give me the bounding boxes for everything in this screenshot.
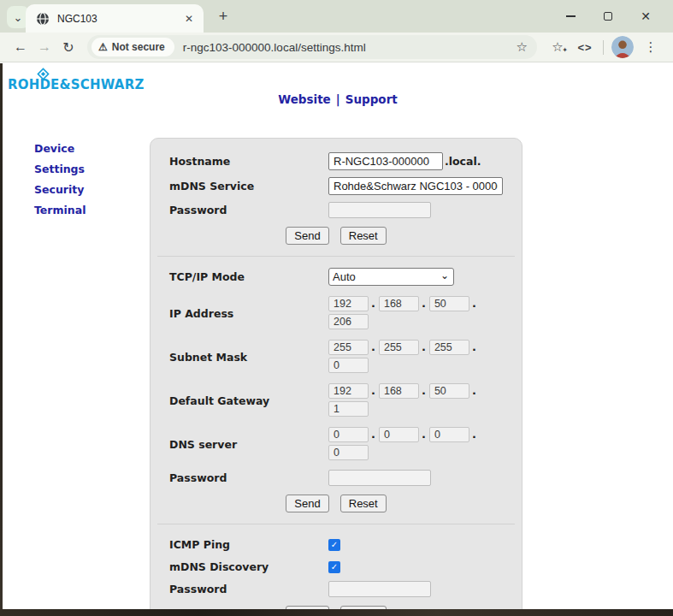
ip-octet-2[interactable]: [379, 296, 419, 311]
sidebar-item-device[interactable]: Device: [34, 142, 86, 155]
check-icon: ✓: [331, 540, 338, 549]
url-text[interactable]: r-ngc103-000000.local/settings.html: [183, 41, 511, 54]
gateway-octet-1[interactable]: [328, 383, 369, 399]
password-input-2[interactable]: [328, 470, 431, 486]
default-gateway-label: Default Gateway: [169, 394, 328, 407]
password-row-3: Password: [169, 581, 503, 597]
dns-octet-4[interactable]: [328, 445, 369, 460]
mdns-service-row: mDNS Service: [169, 177, 503, 195]
dot: .: [472, 384, 476, 397]
icmp-ping-label: ICMP Ping: [169, 538, 328, 551]
address-bar[interactable]: ⚠ Not secure r-ngc103-000000.local/setti…: [87, 35, 537, 59]
new-tab-button[interactable]: +: [214, 7, 233, 26]
minimize-icon: [566, 15, 576, 17]
password-label-1: Password: [169, 204, 328, 216]
dot: .: [371, 297, 375, 310]
sidebar-item-terminal[interactable]: Terminal: [34, 204, 86, 216]
dot: .: [422, 341, 426, 353]
maximize-icon: [604, 12, 612, 21]
reset-button-2[interactable]: Reset: [340, 495, 387, 512]
back-icon: ←: [14, 39, 27, 55]
extension-code-icon[interactable]: <>: [574, 41, 596, 54]
desktop-edge-left: [0, 63, 3, 609]
dot: .: [472, 297, 476, 310]
hostname-label: Hostname: [169, 155, 328, 168]
ip-address-octets: . . .: [328, 295, 503, 331]
ip-octet-4[interactable]: [328, 314, 369, 329]
mdns-service-input[interactable]: [328, 177, 503, 195]
hostname-input[interactable]: [328, 152, 443, 170]
icmp-ping-checkbox[interactable]: ✓: [328, 539, 340, 551]
password-row-1: Password: [169, 202, 503, 218]
mdns-discovery-row: mDNS Discovery ✓: [169, 558, 503, 576]
maximize-button[interactable]: [589, 0, 627, 33]
browser-tab[interactable]: NGC103 ✕: [26, 4, 204, 33]
profile-avatar[interactable]: [611, 36, 634, 58]
gateway-octet-2[interactable]: [379, 383, 419, 399]
avatar-image: [611, 36, 634, 58]
side-panel-star-icon[interactable]: ☆ ✦: [546, 39, 569, 55]
tab-title: NGC103: [57, 13, 181, 25]
code-glyph: <>: [577, 41, 592, 54]
dns-octet-2[interactable]: [379, 427, 419, 442]
security-chip[interactable]: ⚠ Not secure: [92, 38, 174, 56]
close-button[interactable]: ✕: [627, 0, 664, 33]
gateway-octet-4[interactable]: [328, 401, 369, 417]
gateway-octet-3[interactable]: [429, 383, 469, 399]
section-divider-2: [157, 524, 515, 524]
support-link[interactable]: Support: [345, 92, 398, 106]
sidebar-item-settings[interactable]: Settings: [34, 163, 86, 175]
subnet-octet-4[interactable]: [328, 358, 369, 373]
section-divider-1: [157, 256, 515, 257]
chevron-down-icon: ⌄: [14, 11, 23, 24]
dot: .: [371, 341, 375, 353]
dns-server-octets: . . .: [328, 426, 503, 462]
reset-button-1[interactable]: Reset: [340, 227, 387, 245]
minimize-button[interactable]: [552, 0, 589, 33]
ip-address-row: IP Address . . .: [169, 295, 503, 331]
dot: .: [371, 428, 375, 441]
sidebar-item-security[interactable]: Security: [34, 183, 86, 196]
hostname-suffix: .local.: [445, 155, 481, 168]
mdns-service-label: mDNS Service: [169, 180, 328, 192]
send-button-1[interactable]: Send: [286, 227, 328, 245]
tcpip-mode-label: TCP/IP Mode: [169, 270, 328, 283]
subnet-octet-1[interactable]: [328, 340, 369, 355]
window-controls: ✕: [552, 0, 664, 33]
password-row-2: Password: [169, 470, 503, 486]
browser-menu-button[interactable]: ⋮: [640, 39, 662, 55]
back-button[interactable]: ←: [9, 35, 32, 59]
dns-octet-3[interactable]: [429, 427, 469, 442]
default-gateway-row: Default Gateway . . .: [169, 382, 503, 418]
bookmark-star-icon[interactable]: ☆: [517, 39, 528, 55]
reload-icon: ↻: [62, 39, 74, 56]
subnet-octet-2[interactable]: [379, 340, 419, 355]
dot: .: [422, 428, 426, 441]
mdns-discovery-label: mDNS Discovery: [169, 560, 328, 573]
dns-octet-1[interactable]: [328, 427, 369, 442]
dns-server-row: DNS server . . .: [169, 426, 503, 462]
tcpip-mode-select[interactable]: Auto: [328, 268, 454, 286]
hostname-row: Hostname .local.: [169, 152, 503, 170]
settings-panel: Hostname .local. mDNS Service Password S…: [150, 138, 522, 616]
password-input-3[interactable]: [328, 581, 431, 597]
subnet-mask-label: Subnet Mask: [169, 351, 328, 364]
ip-octet-1[interactable]: [328, 296, 369, 311]
tcpip-mode-row: TCP/IP Mode Auto ⌄: [169, 268, 503, 286]
forward-button[interactable]: →: [32, 35, 56, 59]
website-link[interactable]: Website: [278, 92, 331, 106]
close-icon: ✕: [641, 10, 651, 22]
toolbar-separator: [603, 40, 604, 55]
subnet-mask-row: Subnet Mask . . .: [169, 339, 503, 375]
mdns-discovery-checkbox[interactable]: ✓: [328, 561, 340, 573]
plus-icon: +: [219, 8, 228, 26]
ip-octet-3[interactable]: [429, 296, 469, 311]
send-button-2[interactable]: Send: [286, 495, 328, 512]
subnet-octet-3[interactable]: [429, 340, 469, 355]
ip-address-label: IP Address: [169, 307, 328, 320]
tab-close-icon[interactable]: ✕: [181, 11, 197, 27]
reload-button[interactable]: ↻: [56, 35, 80, 59]
password-input-1[interactable]: [328, 202, 431, 218]
browser-window: ⌄ NGC103 ✕ + ✕ ← → ↻ ⚠ Not secure: [0, 0, 673, 616]
links-separator: |: [336, 92, 340, 106]
